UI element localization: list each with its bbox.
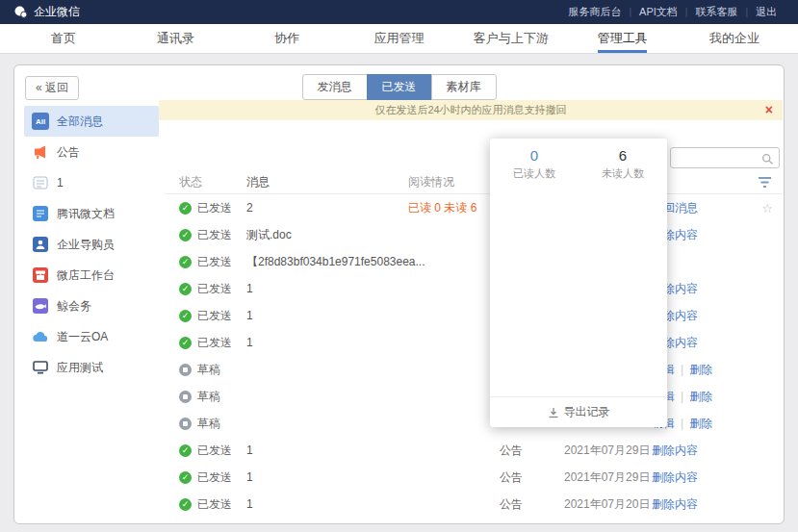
all-badge-icon: All <box>32 113 49 130</box>
unread-count-stat[interactable]: 6 未读人数 <box>579 147 667 181</box>
download-icon <box>548 407 559 418</box>
table-row: 草稿编辑|删除 <box>165 383 783 410</box>
monitor-icon <box>32 359 49 376</box>
table-body: ✓已发送2已读 0 未读 6撤回消息☆✓已发送测试.doc删除内容✓已发送【2f… <box>165 194 783 518</box>
cloud-icon <box>32 328 49 345</box>
status-label: 草稿 <box>197 389 220 405</box>
message-cell: 1 <box>246 470 408 484</box>
nav-item-my-company[interactable]: 我的企业 <box>679 24 790 53</box>
nav-item-customers[interactable]: 客户与上下游 <box>455 24 567 53</box>
status-label: 已发送 <box>197 496 232 513</box>
sidebar-item-weidian-workbench[interactable]: 微店工作台 <box>24 260 159 291</box>
message-cell: 2 <box>246 201 408 215</box>
message-cell: 1 <box>246 497 408 511</box>
sidebar-item-whale-events[interactable]: 鲸会务 <box>24 291 159 321</box>
app-cell: 公告 <box>500 469 564 486</box>
status-label: 草稿 <box>197 362 220 378</box>
status-cell: 草稿 <box>179 362 246 378</box>
status-label: 已发送 <box>197 443 232 459</box>
tab-send-message[interactable]: 发消息 <box>302 74 368 100</box>
sidebar-item-label: 公告 <box>57 144 80 161</box>
favorite-star-icon[interactable]: ☆ <box>761 201 773 215</box>
topbar-link-service-console[interactable]: 服务商后台 <box>560 5 629 19</box>
nav-item-collaboration[interactable]: 协作 <box>231 24 343 53</box>
message-cell: 1 <box>246 282 408 295</box>
draft-dot <box>183 394 188 399</box>
sidebar-item-label: 道一云OA <box>57 329 108 345</box>
table-row: ✓已发送1删除内容 <box>165 302 783 329</box>
sidebar-item-tencent-docs[interactable]: 腾讯微文档 <box>24 198 159 229</box>
sidebar-item-daoyiyun-oa[interactable]: 道一云OA <box>24 321 159 352</box>
topbar-link-logout[interactable]: 退出 <box>748 5 785 19</box>
sent-check-icon: ✓ <box>179 256 192 268</box>
action-link[interactable]: 删除 <box>689 416 712 432</box>
status-label: 草稿 <box>197 416 220 432</box>
sidebar-item-all-messages[interactable]: All 全部消息 <box>24 106 159 137</box>
nav-item-app-management[interactable]: 应用管理 <box>343 24 454 53</box>
read-count-value: 0 <box>490 147 579 164</box>
app-sidebar: All 全部消息 公告 1 腾讯微文档 <box>24 106 159 383</box>
unread-count-label: 未读人数 <box>579 166 667 181</box>
sidebar-item-announcement[interactable]: 公告 <box>24 137 159 167</box>
action-separator: | <box>681 390 683 403</box>
back-chevron-icon: « <box>36 81 42 94</box>
sidebar-item-label: 应用测试 <box>57 360 103 376</box>
filter-icon[interactable] <box>759 177 771 188</box>
action-link[interactable]: 删除 <box>689 362 712 378</box>
topbar-links: 服务商后台 | API文档 | 联系客服 | 退出 <box>560 5 785 19</box>
shop-icon <box>32 266 49 284</box>
table-row: ✓已发送【2f8d83bf034b1e971fe5083eea... <box>165 248 783 275</box>
sidebar-item-label: 鲸会务 <box>57 298 91 315</box>
sidebar-item-label: 微店工作台 <box>57 267 115 284</box>
sidebar-item-shopping-guide[interactable]: 企业导购员 <box>24 229 159 260</box>
nav-item-admin-tools[interactable]: 管理工具 <box>567 24 679 53</box>
page: 企业微信 服务商后台 | API文档 | 联系客服 | 退出 首页 通讯录 协作… <box>0 0 798 532</box>
back-button[interactable]: « 返回 <box>25 76 79 100</box>
sidebar-item-label: 企业导购员 <box>57 237 115 253</box>
status-label: 已发送 <box>197 227 232 243</box>
status-label: 已发送 <box>197 254 232 270</box>
message-cell: 1 <box>246 336 408 349</box>
sent-check-icon: ✓ <box>179 229 192 241</box>
popup-stats: 0 已读人数 6 未读人数 <box>490 139 667 181</box>
time-cell: 2021年07月29日 <box>564 469 652 486</box>
read-status-link[interactable]: 已读 0 未读 6 <box>408 201 476 215</box>
draft-dot <box>183 421 188 426</box>
tab-material-library[interactable]: 素材库 <box>431 74 497 100</box>
list-icon <box>32 174 49 191</box>
status-label: 已发送 <box>197 335 232 351</box>
app-cell: 公告 <box>500 443 564 459</box>
action-link[interactable]: 删除内容 <box>652 443 698 459</box>
message-tabs: 发消息 已发送 素材库 <box>302 74 497 100</box>
read-count-stat[interactable]: 0 已读人数 <box>490 147 579 181</box>
action-link[interactable]: 删除 <box>689 389 712 405</box>
status-cell: ✓已发送 <box>179 335 246 351</box>
unread-count-value: 6 <box>579 147 667 164</box>
read-status-cell: 已读 0 未读 6 <box>408 200 500 216</box>
action-cell: 删除内容 <box>652 443 775 459</box>
sidebar-item-1[interactable]: 1 <box>24 167 159 198</box>
nav-item-home[interactable]: 首页 <box>8 24 119 53</box>
status-label: 已发送 <box>197 200 232 216</box>
tab-sent[interactable]: 已发送 <box>367 74 432 100</box>
close-icon[interactable]: × <box>765 102 773 117</box>
sent-check-icon: ✓ <box>179 202 192 215</box>
topbar-link-api-docs[interactable]: API文档 <box>631 5 685 19</box>
header-message: 消息 <box>246 174 408 190</box>
export-records-button[interactable]: 导出记录 <box>490 396 667 427</box>
action-separator: | <box>681 417 683 430</box>
back-label: 返回 <box>45 81 68 94</box>
nav-item-contacts[interactable]: 通讯录 <box>119 24 231 53</box>
sidebar-item-app-test[interactable]: 应用测试 <box>24 352 159 383</box>
recall-notice-bar: 仅在发送后24小时内的应用消息支持撤回 × <box>159 100 783 120</box>
table-row: ✓已发送1删除内容 <box>165 275 783 302</box>
topbar-link-contact-support[interactable]: 联系客服 <box>687 5 745 19</box>
megaphone-icon <box>32 143 49 161</box>
sent-check-icon: ✓ <box>179 471 192 484</box>
main-nav: 首页 通讯录 协作 应用管理 客户与上下游 管理工具 我的企业 <box>0 24 798 54</box>
action-link[interactable]: 删除内容 <box>652 469 698 486</box>
table-row: ✓已发送1公告2021年07月29日删除内容 <box>165 464 783 491</box>
action-cell: 删除内容 <box>652 281 775 297</box>
action-link[interactable]: 删除内容 <box>652 496 698 513</box>
table-row: ✓已发送1删除内容 <box>165 329 783 356</box>
